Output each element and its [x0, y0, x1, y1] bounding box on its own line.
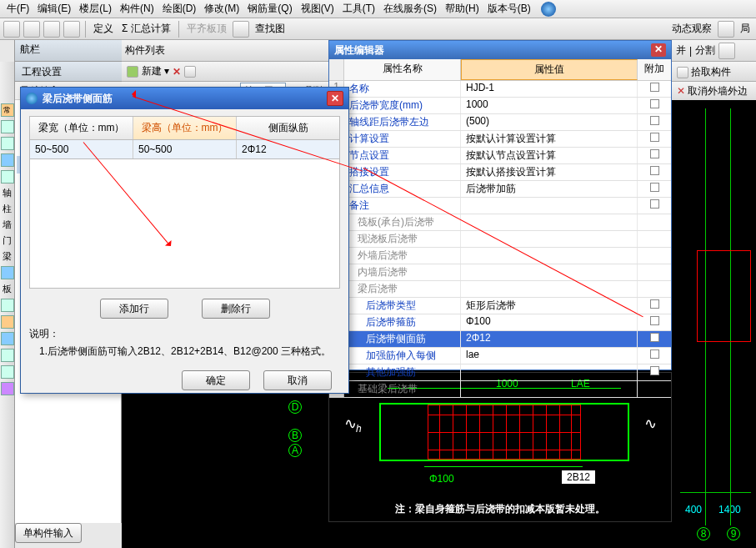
checkbox[interactable]: [650, 99, 659, 108]
vbtn-3[interactable]: [1, 153, 14, 167]
dialog-titlebar[interactable]: 梁后浇带侧面筋 ✕: [21, 88, 348, 109]
prop-value[interactable]: 后浇带加筋: [461, 181, 638, 197]
checkbox[interactable]: [650, 133, 659, 142]
prop-extra[interactable]: [638, 298, 671, 314]
prop-col-value[interactable]: 属性值: [461, 59, 638, 80]
prop-row[interactable]: 加强筋伸入每侧lae: [329, 348, 671, 364]
cad-canvas-right[interactable]: 400 1400 8 9: [672, 100, 756, 548]
menu-modify[interactable]: 修改(M): [201, 0, 243, 18]
prop-extra[interactable]: [638, 314, 671, 330]
tool-btn-1[interactable]: [3, 21, 20, 38]
split-button[interactable]: 分割: [695, 43, 715, 58]
cancel-button[interactable]: 取消: [263, 370, 332, 390]
menu-tools[interactable]: 工具(T): [339, 0, 378, 18]
prop-value[interactable]: HJD-1: [461, 81, 638, 97]
cell-rebar[interactable]: 2Φ12: [237, 140, 339, 158]
prop-extra[interactable]: [638, 148, 671, 163]
prop-extra[interactable]: [638, 214, 671, 230]
prop-value[interactable]: Φ100: [461, 314, 638, 330]
vbtn-9[interactable]: [1, 349, 14, 362]
vbtn-7[interactable]: [1, 315, 14, 329]
menu-floor[interactable]: 楼层(L): [76, 0, 115, 18]
menu-edit[interactable]: 编辑(E): [34, 0, 74, 18]
cell-height[interactable]: 50~500: [133, 140, 237, 158]
prop-row[interactable]: 计算设置按默认计算设置计算: [329, 131, 671, 148]
flat-button[interactable]: 平齐板顶: [184, 22, 229, 36]
prop-row[interactable]: -梁后浇带: [329, 281, 671, 298]
col-height[interactable]: 梁高（单位：mm）: [133, 117, 237, 139]
menu-view[interactable]: 视图(V): [298, 0, 338, 18]
prop-row[interactable]: 后浇带侧面筋2Φ12: [329, 331, 671, 348]
delete-row-button[interactable]: 删除行: [202, 299, 270, 319]
checkbox[interactable]: [650, 349, 659, 359]
vbtn-11[interactable]: [1, 382, 14, 395]
prop-extra[interactable]: [638, 364, 671, 380]
add-row-button[interactable]: 添加行: [100, 299, 168, 319]
col-width[interactable]: 梁宽（单位：mm）: [30, 117, 133, 139]
prop-extra[interactable]: [638, 231, 671, 247]
prop-row[interactable]: 后浇带类型矩形后浇带: [329, 298, 671, 314]
prop-value[interactable]: 2Φ12: [461, 331, 638, 347]
merge-button[interactable]: 并: [676, 43, 686, 58]
prop-row[interactable]: 后浇带箍筋Φ100: [329, 314, 671, 331]
checkbox[interactable]: [650, 183, 659, 192]
dynview-button[interactable]: 动态观察: [669, 22, 714, 36]
checkbox[interactable]: [650, 199, 659, 209]
prop-value[interactable]: (500): [461, 114, 638, 130]
prop-value[interactable]: [461, 214, 638, 230]
prop-extra[interactable]: [638, 248, 671, 264]
search-button[interactable]: 查找图: [253, 22, 288, 36]
tool-btn-2[interactable]: [23, 21, 40, 38]
menu-version[interactable]: 版本号(B): [484, 0, 534, 18]
checkbox[interactable]: [650, 299, 659, 309]
prop-value[interactable]: [461, 364, 638, 380]
menu-file[interactable]: 牛(F): [3, 0, 33, 18]
prop-value[interactable]: 矩形后浇带: [461, 298, 638, 314]
prop-extra[interactable]: [638, 381, 671, 397]
prop-titlebar[interactable]: 属性编辑器 ✕: [329, 41, 671, 59]
prop-value[interactable]: [461, 281, 638, 297]
vbtn-10[interactable]: [1, 365, 14, 379]
prop-extra[interactable]: [638, 114, 671, 130]
checkbox[interactable]: [650, 83, 659, 92]
pick-component[interactable]: 拾取构件: [672, 62, 756, 82]
prop-value[interactable]: [461, 248, 638, 264]
vbtn-2[interactable]: [1, 137, 14, 150]
prop-value[interactable]: 1000: [461, 98, 638, 113]
menu-rebar[interactable]: 钢筋量(Q): [244, 0, 295, 18]
prop-extra[interactable]: [638, 181, 671, 197]
cell-width[interactable]: 50~500: [30, 140, 133, 158]
prop-row[interactable]: 备注: [329, 198, 671, 214]
prop-row[interactable]: 轴线距后浇带左边(500): [329, 114, 671, 131]
prop-extra[interactable]: [638, 331, 671, 347]
vbtn-chang[interactable]: 常: [1, 103, 14, 117]
checkbox[interactable]: [650, 149, 659, 158]
bureau-button[interactable]: 局: [738, 22, 753, 36]
prop-extra[interactable]: [638, 164, 671, 180]
prop-extra[interactable]: [638, 281, 671, 297]
prop-row[interactable]: 其他加强筋: [329, 364, 671, 381]
prop-value[interactable]: [461, 264, 638, 280]
cancel-wall[interactable]: ✕ 取消外墙外边线: [672, 82, 756, 100]
prop-row[interactable]: +基础梁后浇带: [329, 381, 671, 398]
prop-row[interactable]: +内墙后浇带: [329, 264, 671, 281]
ok-button[interactable]: 确定: [182, 370, 250, 390]
vbtn-4[interactable]: [1, 170, 14, 184]
prop-row[interactable]: +筏板(承台)后浇带: [329, 214, 671, 231]
vbtn-1[interactable]: [1, 120, 14, 133]
tool-icon[interactable]: [718, 43, 735, 59]
col-rebar[interactable]: 侧面纵筋: [237, 117, 339, 139]
table-row[interactable]: 50~500 50~500 2Φ12: [29, 140, 340, 159]
project-header[interactable]: 工程设置: [15, 62, 122, 82]
prop-row[interactable]: 汇总信息后浇带加筋: [329, 181, 671, 198]
prop-extra[interactable]: [638, 81, 671, 97]
prop-row[interactable]: 搭接设置按默认搭接设置计算: [329, 164, 671, 181]
new-button[interactable]: 新建 ▾: [142, 64, 169, 78]
tool-btn-3[interactable]: [43, 21, 60, 38]
dialog-close-button[interactable]: ✕: [327, 91, 343, 106]
prop-value[interactable]: lae: [461, 348, 638, 364]
prop-value[interactable]: 按默认计算设置计算: [461, 131, 638, 147]
tool-btn-6[interactable]: [718, 21, 734, 38]
prop-extra[interactable]: [638, 131, 671, 147]
prop-row[interactable]: 1名称HJD-1: [329, 81, 671, 98]
